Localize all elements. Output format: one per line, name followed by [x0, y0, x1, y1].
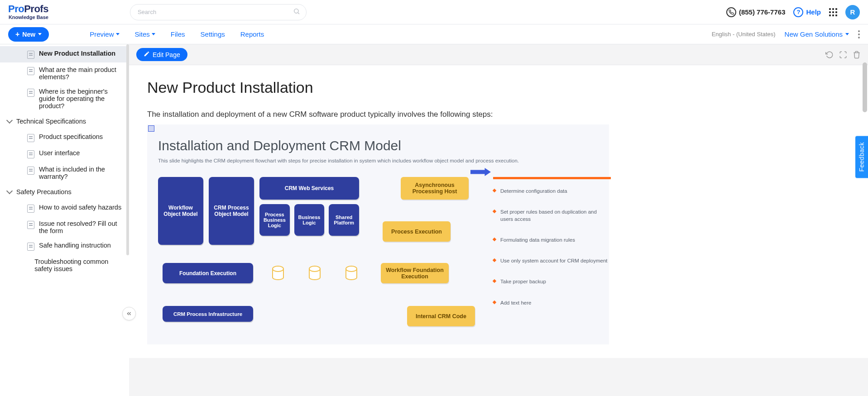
cylinder-icon [272, 267, 284, 280]
chevron-down-icon [6, 117, 13, 124]
doc-icon [27, 150, 34, 158]
logo-profs: Profs [24, 3, 48, 14]
solution-dropdown[interactable]: New Gen Solutions [785, 30, 849, 38]
chevron-down-icon [152, 33, 155, 35]
box-workflow: Workflow Object Model [158, 177, 203, 245]
logo-sub: Knowledge Base [9, 15, 48, 20]
menu-files[interactable]: Files [171, 30, 185, 38]
phone-number: (855) 776-7763 [739, 8, 786, 16]
avatar[interactable]: R [845, 5, 860, 19]
divider [493, 177, 611, 179]
doc-icon [27, 167, 34, 175]
sidebar-item-hazards[interactable]: How to avoid safety hazards [0, 200, 129, 216]
edit-label: Edit Page [153, 51, 180, 58]
content-scrollbar[interactable] [863, 62, 867, 112]
sidebar-item-form[interactable]: Issue not resolved? Fill out the form [0, 216, 129, 238]
phone-icon [726, 7, 736, 17]
svg-line-1 [298, 13, 299, 14]
figure[interactable]: Installation and Deployment CRM Model Th… [147, 124, 609, 344]
menu-settings[interactable]: Settings [201, 30, 225, 38]
article-title: New Product Installation [147, 79, 850, 96]
pencil-icon [144, 51, 150, 58]
collapse-sidebar-button[interactable] [122, 307, 136, 320]
trash-icon[interactable] [853, 51, 861, 59]
apps-icon[interactable] [829, 8, 837, 16]
box-async: Asynchronous Processing Host [401, 177, 469, 200]
box-found: Foundation Execution [163, 263, 253, 283]
article-intro: The installation and deployment of a new… [147, 110, 850, 119]
sidebar-item-warranty[interactable]: What is included in the warranty? [0, 162, 129, 184]
sidebar-item-label: Where is the beginner's guide for operat… [39, 88, 123, 110]
sidebar-item-specs[interactable]: Product specifications [0, 129, 129, 146]
sidebar-item-label: Product specifications [39, 133, 103, 140]
more-menu[interactable] [858, 30, 860, 38]
menu-reports[interactable]: Reports [240, 30, 264, 38]
edit-page-button[interactable]: Edit Page [136, 48, 187, 61]
doc-icon [27, 67, 34, 75]
article: New Product Installation The installatio… [129, 65, 868, 358]
doc-icon [27, 221, 34, 229]
sidebar-item-label: Issue not resolved? Fill out the form [39, 220, 123, 234]
new-label: New [22, 31, 35, 38]
sidebar-item-ui[interactable]: User interface [0, 146, 129, 162]
sidebar-item-label: What are the main product elements? [39, 66, 123, 81]
doc-icon [27, 51, 34, 59]
history-icon[interactable] [825, 51, 834, 59]
box-webserv: CRM Web Services [259, 177, 359, 200]
sidebar-item-label: New Product Installation [39, 50, 115, 57]
sidebar-item-label: User interface [39, 149, 80, 157]
chevron-down-icon [845, 33, 849, 35]
menu-preview[interactable]: Preview [90, 30, 119, 38]
plus-icon: + [15, 30, 19, 38]
sidebar-section-tech[interactable]: Technical Specifications [0, 113, 129, 129]
bullet: Add text here [493, 299, 611, 306]
bullet: Use only system account for CRM deployme… [493, 257, 611, 264]
sidebar-item-label: Troubleshooting common safety issues [34, 258, 123, 272]
language-label: English - (United States) [712, 31, 776, 38]
help-link[interactable]: ? Help [793, 7, 821, 17]
cylinder-icon [309, 267, 321, 280]
menu-sites[interactable]: Sites [135, 30, 155, 38]
logo[interactable]: ProProfs Knowledge Base [8, 4, 48, 20]
sidebar-item-elements[interactable]: What are the main product elements? [0, 62, 129, 84]
box-procexec: Process Execution [383, 221, 451, 242]
search-input[interactable] [130, 4, 307, 20]
box-intcode: Internal CRM Code [407, 306, 475, 326]
sidebar-section-safety[interactable]: Safety Precautions [0, 184, 129, 200]
sidebar-item-guide[interactable]: Where is the beginner's guide for operat… [0, 84, 129, 113]
content-header: Edit Page [129, 44, 868, 65]
sidebar-item-new-product[interactable]: New Product Installation [0, 46, 129, 62]
help-label: Help [806, 8, 821, 16]
bullet: Formulating data migration rules [493, 236, 611, 243]
bullet: Determine configuration data [493, 187, 611, 195]
sidebar: New Product Installation What are the ma… [0, 44, 129, 396]
feedback-tab[interactable]: Feedback [855, 136, 868, 178]
chevron-down-icon [38, 33, 42, 35]
figure-subtitle: This slide highlights the CRM deployment… [158, 158, 598, 163]
box-pbl: Process Business Logic [259, 204, 290, 236]
sidebar-item-safe-handling[interactable]: Safe handling instruction [0, 238, 129, 254]
bullet: Take proper backup [493, 278, 611, 285]
svg-point-0 [294, 9, 298, 13]
sidebar-item-troubleshoot[interactable]: Troubleshooting common safety issues [0, 254, 129, 276]
selection-handle[interactable] [148, 125, 154, 132]
sidebar-item-label: Safe handling instruction [39, 242, 111, 249]
box-infra: CRM Process Infrastructure [163, 306, 253, 322]
doc-icon [27, 134, 34, 142]
arrow-icon [470, 168, 491, 176]
chevron-down-icon [116, 33, 120, 35]
phone-link[interactable]: (855) 776-7763 [726, 7, 786, 17]
figure-bullets: Determine configuration data Set proper … [493, 177, 611, 320]
box-bl: Business Logic [294, 204, 325, 236]
sidebar-item-label: What is included in the warranty? [39, 166, 123, 180]
new-button[interactable]: + New [8, 27, 49, 42]
chevron-right-icon [27, 260, 30, 264]
expand-icon[interactable] [839, 51, 847, 59]
sidebar-item-label: How to avoid safety hazards [39, 204, 121, 211]
toolbar: + New Preview Sites Files Settings Repor… [0, 24, 868, 44]
search-icon[interactable] [293, 8, 300, 17]
cylinder-icon [345, 267, 357, 280]
bullet: Set proper rules based on duplication an… [493, 208, 611, 223]
top-header: ProProfs Knowledge Base (855) 776-7763 ?… [0, 0, 868, 24]
figure-title: Installation and Deployment CRM Model [158, 138, 598, 153]
